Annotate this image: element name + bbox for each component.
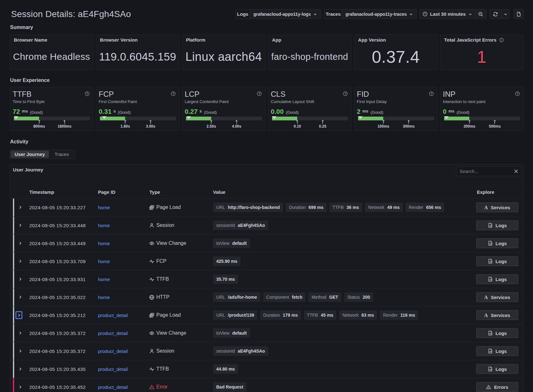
svg-text:LOG: LOG (489, 225, 492, 227)
svg-text:LOG: LOG (489, 279, 492, 281)
svg-text:LOG: LOG (489, 333, 492, 335)
svg-text:LOG: LOG (489, 369, 492, 371)
svg-text:LOG: LOG (489, 261, 492, 263)
svg-text:LOG: LOG (489, 351, 492, 353)
svg-text:LOG: LOG (489, 243, 492, 245)
